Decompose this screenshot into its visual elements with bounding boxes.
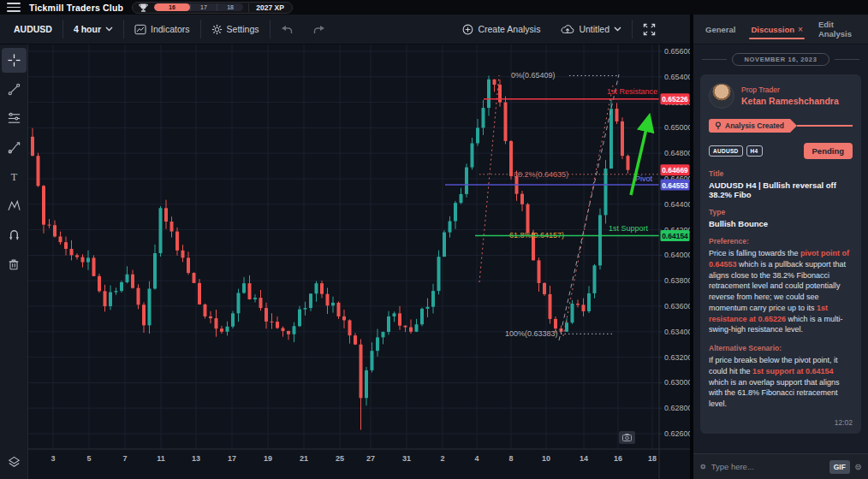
tool-xabcd-pattern[interactable] (2, 193, 27, 218)
status-badge[interactable]: Pending (804, 143, 853, 159)
badge-row: AUDUSD H4 Pending (709, 143, 853, 159)
svg-text:0.65226: 0.65226 (662, 95, 688, 103)
tab-general[interactable]: General (699, 15, 742, 44)
svg-text:19: 19 (264, 454, 272, 463)
type-label: Type (709, 208, 853, 216)
avatar[interactable] (709, 83, 734, 109)
app-topbar: Tickmill Traders Club 16 17 18 2027 XP (0, 0, 868, 15)
chevron-down-icon (614, 27, 621, 32)
preference-label: Preference: (709, 237, 853, 245)
svg-text:0.65000: 0.65000 (664, 123, 690, 132)
crosshair-icon (7, 53, 21, 68)
redo-button[interactable] (303, 15, 336, 44)
trendline-icon (7, 82, 21, 97)
emoji-icon[interactable] (855, 461, 861, 473)
svg-text:2: 2 (440, 454, 444, 463)
symbol-button[interactable]: AUDUSD (0, 15, 62, 44)
indicators-button[interactable]: Indicators (124, 15, 200, 44)
preference-text: Price is falling towards the pivot point… (709, 248, 853, 335)
timeframe-value: 4 hour (74, 24, 101, 34)
camera-icon[interactable] (619, 431, 635, 444)
svg-text:17: 17 (228, 454, 236, 463)
svg-text:21: 21 (300, 454, 308, 463)
create-analysis-button[interactable]: Create Analysis (452, 15, 550, 44)
fib-retracement-icon (7, 111, 21, 126)
svg-text:0%(0.65409): 0%(0.65409) (511, 71, 556, 80)
fullscreen-button[interactable] (633, 15, 666, 44)
svg-text:27: 27 (366, 454, 375, 463)
svg-text:0.64553: 0.64553 (662, 181, 688, 190)
trophy-icon (138, 3, 149, 13)
tool-fib-retracement[interactable] (2, 106, 27, 131)
tab-close-icon[interactable]: × (798, 25, 803, 34)
xp-count: 2027 XP (248, 3, 284, 12)
svg-text:0.63800: 0.63800 (664, 276, 690, 285)
undo-button[interactable] (271, 15, 303, 44)
tool-trash[interactable] (2, 251, 27, 276)
menu-icon[interactable] (7, 3, 21, 12)
message-input[interactable] (711, 462, 824, 471)
svg-text:0.65400: 0.65400 (664, 73, 690, 81)
symbol-badge: AUDUSD (709, 145, 743, 157)
plus-circle-icon (462, 24, 473, 35)
create-analysis-label: Create Analysis (478, 24, 540, 34)
tab-edit-analysis[interactable]: Edit Analysis (812, 15, 863, 44)
tool-brush[interactable] (2, 135, 27, 160)
author-role: Prop Trader (741, 86, 839, 94)
svg-text:10: 10 (542, 454, 550, 463)
discussion-feed: NOVEMBER 16, 2023 Prop Trader Ketan Rame… (693, 44, 868, 453)
svg-text:0.64154: 0.64154 (662, 232, 688, 240)
settings-button[interactable]: Settings (201, 15, 270, 44)
svg-text:13: 13 (192, 454, 200, 463)
date-divider-label: NOVEMBER 16, 2023 (732, 53, 830, 66)
timeframe-dropdown[interactable]: 4 hour (63, 15, 123, 44)
tab-discussion[interactable]: Discussion × (744, 15, 810, 44)
magnet-icon (7, 228, 21, 242)
indicators-icon (134, 24, 146, 35)
chart-toolbar: AUDUSD 4 hour Indicators (0, 15, 690, 44)
svg-text:0.63600: 0.63600 (664, 302, 690, 310)
fullscreen-icon (643, 23, 656, 36)
svg-text:0.64800: 0.64800 (664, 149, 690, 157)
svg-text:31: 31 (402, 454, 411, 463)
gif-button[interactable]: GIF (829, 460, 850, 474)
tab-general-label: General (705, 25, 735, 34)
tool-trendline[interactable] (2, 77, 27, 102)
svg-text:100%(0.63383): 100%(0.63383) (505, 329, 558, 338)
svg-text:0.63200: 0.63200 (664, 353, 690, 362)
drawing-toolbar: T (0, 44, 28, 479)
svg-text:3: 3 (51, 454, 55, 463)
save-layout-dropdown[interactable]: Untitled (550, 15, 632, 44)
tool-object-tree[interactable] (2, 450, 27, 475)
attach-plus-icon[interactable] (700, 461, 706, 472)
svg-text:0.65600: 0.65600 (664, 47, 690, 56)
svg-text:25: 25 (336, 454, 344, 463)
trash-icon (7, 257, 21, 271)
svg-text:1st Resistance: 1st Resistance (607, 87, 657, 96)
level-next: 17 (190, 3, 217, 11)
title-label: Title (709, 169, 853, 178)
app-title: Tickmill Traders Club (29, 3, 123, 13)
text-icon: T (7, 169, 21, 184)
svg-text:5: 5 (86, 454, 91, 463)
svg-text:0.64400: 0.64400 (664, 200, 690, 209)
object-tree-icon (7, 455, 21, 470)
level-current: 16 (169, 4, 175, 10)
timeframe-badge: H4 (746, 145, 763, 157)
alt-text: If price breaks below the pivot point, i… (709, 355, 853, 410)
svg-text:8: 8 (508, 454, 513, 463)
candlestick-chart[interactable]: 0%(0.65409)38.2%(0.64635)61.8%(0.64157)1… (28, 44, 690, 479)
tool-magnet[interactable] (2, 222, 27, 247)
alt-scenario-label: Alternative Scenario: (709, 344, 853, 352)
svg-text:7: 7 (122, 454, 127, 463)
analysis-panel: General Discussion × Edit Analysis NOVEM… (693, 15, 868, 479)
tool-text[interactable]: T (2, 164, 27, 189)
svg-text:18: 18 (648, 454, 657, 463)
cloud-upload-icon (561, 24, 574, 34)
author-name[interactable]: Ketan Rameshchandra (741, 96, 839, 106)
gear-icon (211, 24, 223, 35)
xp-widget[interactable]: 16 17 18 2027 XP (132, 2, 293, 14)
analysis-post-card: Prop Trader Ketan Rameshchandra Analysis… (700, 74, 861, 434)
tool-crosshair[interactable] (2, 48, 27, 73)
svg-text:0.62800: 0.62800 (664, 404, 690, 412)
